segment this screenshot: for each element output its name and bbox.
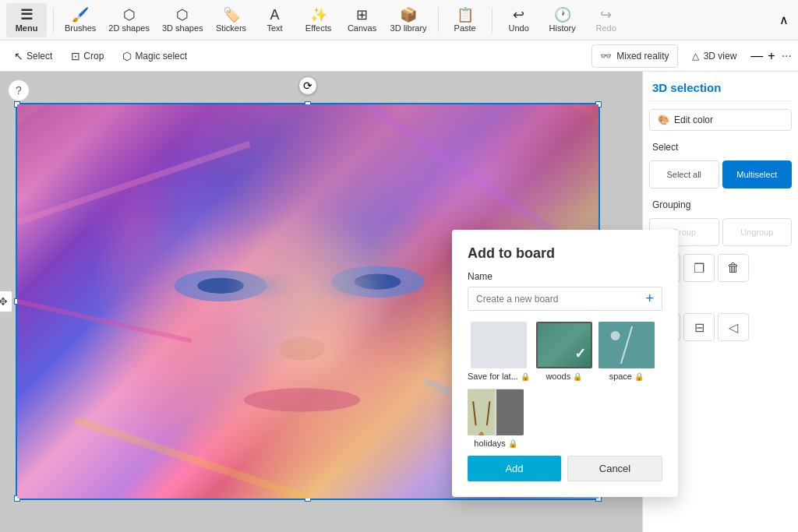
board-name-save-later: Save for lat... 🔒 <box>468 372 530 381</box>
modal-overlay: Add to board Name + Save for lat... 🔒 wo… <box>0 0 798 532</box>
board-item-holidays[interactable]: +3 holidays 🔒 <box>468 389 524 448</box>
mini-cell-3 <box>468 389 496 435</box>
board-thumb-space <box>598 322 655 368</box>
cancel-button[interactable]: Cancel <box>567 456 662 481</box>
board-thumb-save-later <box>471 322 527 368</box>
modal-title: Add to board <box>468 245 662 262</box>
board-thumb-woods <box>536 322 592 368</box>
modal-footer: Add Cancel <box>468 456 662 481</box>
svg-point-17 <box>610 331 620 340</box>
board-name-space: space 🔒 <box>609 372 644 381</box>
board-grid: Save for lat... 🔒 woods 🔒 <box>468 322 662 381</box>
holidays-mini-grid: +3 <box>468 389 524 435</box>
name-label: Name <box>468 271 662 282</box>
holidays-row: +3 holidays 🔒 <box>468 389 662 448</box>
svg-rect-18 <box>468 389 496 435</box>
add-to-board-modal: Add to board Name + Save for lat... 🔒 wo… <box>452 230 678 497</box>
board-item-woods[interactable]: woods 🔒 <box>536 322 592 381</box>
lock-icon-space: 🔒 <box>634 372 644 381</box>
board-name-holidays: holidays 🔒 <box>474 439 517 448</box>
board-name-input[interactable] <box>468 289 637 309</box>
lock-icon-holidays: 🔒 <box>508 439 517 448</box>
add-button[interactable]: Add <box>468 456 561 481</box>
deer-svg <box>468 389 496 435</box>
board-item-save-later[interactable]: Save for lat... 🔒 <box>468 322 530 381</box>
mini-cell-plus: +3 <box>496 389 524 435</box>
board-name-input-row: + <box>468 287 662 311</box>
lock-icon-woods: 🔒 <box>573 372 582 381</box>
board-name-woods: woods 🔒 <box>546 372 582 381</box>
board-item-space[interactable]: space 🔒 <box>598 322 655 381</box>
add-board-plus-button[interactable]: + <box>637 287 662 310</box>
lock-icon-save-later: 🔒 <box>521 372 530 381</box>
space-svg <box>598 322 655 368</box>
